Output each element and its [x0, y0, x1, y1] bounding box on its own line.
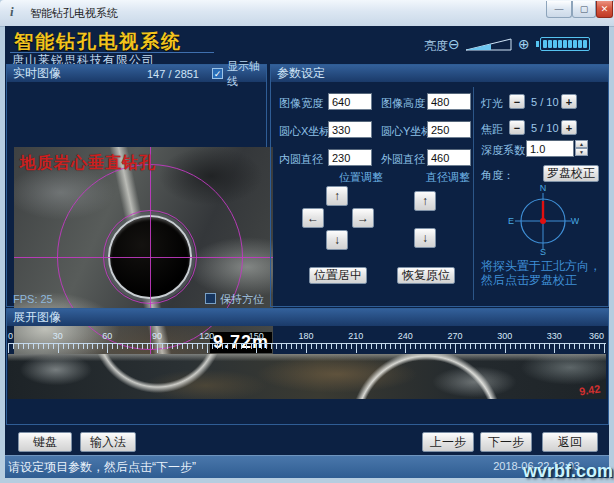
- center-x-input[interactable]: [328, 121, 372, 138]
- minimize-icon: —: [555, 4, 564, 14]
- show-axis-checkbox[interactable]: ✓: [212, 68, 223, 79]
- brightness-plus-icon[interactable]: ⊕: [518, 36, 530, 52]
- keep-orientation-label: 保持方位: [220, 292, 264, 307]
- image-width-input[interactable]: [328, 93, 372, 110]
- compass-s-label: S: [540, 247, 546, 255]
- field-label: 圆心Y坐标: [381, 124, 432, 139]
- keyboard-button[interactable]: 键盘: [18, 432, 72, 452]
- depth-coef-spinner: ▲ ▼: [575, 140, 588, 156]
- outer-diameter-input[interactable]: [427, 149, 471, 166]
- depth-coef-input[interactable]: [526, 140, 574, 157]
- depth-coef-label: 深度系数: [481, 143, 525, 158]
- close-icon: ✕: [601, 4, 609, 14]
- field-label: 圆心X坐标: [279, 124, 330, 139]
- move-left-button[interactable]: ←: [302, 208, 324, 228]
- plus-icon: +: [566, 96, 572, 108]
- unrolled-panel-title: 展开图像: [13, 309, 61, 326]
- field-label: 外圆直径: [381, 152, 425, 167]
- field-label: 内圆直径: [279, 152, 323, 167]
- fps-label: FPS: 25: [13, 293, 53, 305]
- live-panel: 实时图像 147 / 2851 ✓ 显示轴线 地质岩心垂直钻孔 9.72m FP…: [6, 64, 267, 307]
- next-step-button[interactable]: 下一步: [480, 432, 532, 452]
- right-arrow-icon: →: [357, 211, 369, 225]
- down-arrow-icon: ↓: [334, 233, 340, 247]
- compass-e-label: E: [508, 216, 514, 226]
- show-axis-label: 显示轴线: [227, 59, 266, 89]
- restore-position-button[interactable]: 恢复原位: [397, 267, 455, 284]
- spin-down-icon: ▼: [579, 149, 584, 155]
- brightness-slider[interactable]: [465, 37, 513, 52]
- focus-label: 焦距: [481, 122, 503, 137]
- brightness-minus-icon[interactable]: ⊖: [448, 36, 460, 52]
- light-label: 灯光: [481, 96, 503, 111]
- battery-icon: [540, 37, 590, 51]
- watermark: wvrbf.com: [523, 461, 613, 482]
- close-button[interactable]: ✕: [596, 1, 613, 18]
- previous-step-button[interactable]: 上一步: [422, 432, 474, 452]
- depth-mark: 9.42: [578, 383, 601, 398]
- diameter-adjust-label: 直径调整: [403, 170, 493, 185]
- app-icon: i: [10, 4, 14, 20]
- brightness-label: 亮度: [424, 38, 448, 55]
- move-right-button[interactable]: →: [352, 208, 374, 228]
- down-arrow-icon: ↓: [422, 231, 428, 245]
- plus-icon: +: [566, 122, 572, 134]
- degree-ruler: 0306090120150180210240270300330360: [8, 331, 606, 354]
- left-arrow-icon: ←: [307, 211, 319, 225]
- compass-w-label: W: [571, 216, 579, 226]
- up-arrow-icon: ↑: [334, 189, 340, 203]
- focus-plus-button[interactable]: +: [561, 120, 577, 135]
- params-panel-title: 参数设定: [277, 65, 325, 82]
- check-icon: ✓: [214, 69, 222, 79]
- window-title: 智能钻孔电视系统: [30, 6, 118, 21]
- maximize-button[interactable]: ▢: [572, 1, 596, 18]
- params-panel: 参数设定 图像宽度 图像高度 圆心X坐标 圆心Y坐标 内圆直径 外圆直径 位置调…: [270, 64, 609, 307]
- live-panel-title: 实时图像: [13, 65, 61, 82]
- center-y-input[interactable]: [427, 121, 471, 138]
- project-overlay-text: 地质岩心垂直钻孔: [20, 153, 156, 174]
- minus-icon: −: [514, 96, 520, 108]
- move-down-button[interactable]: ↓: [326, 230, 348, 250]
- params-panel-header: 参数设定: [271, 65, 608, 82]
- up-arrow-icon: ↑: [422, 194, 428, 208]
- live-panel-header: 实时图像 147 / 2851 ✓ 显示轴线: [7, 65, 266, 82]
- compass-note-line2: 然后点击罗盘校正: [481, 272, 577, 289]
- spin-down-button[interactable]: ▼: [575, 148, 588, 156]
- battery-cap: [536, 41, 539, 47]
- field-label: 图像高度: [381, 96, 425, 111]
- status-message: 请设定项目参数，然后点击“下一步”: [8, 459, 196, 476]
- focus-value: 5 / 10: [531, 122, 559, 134]
- input-method-button[interactable]: 输入法: [80, 432, 136, 452]
- crosshair-horizontal: [14, 257, 273, 258]
- unrolled-borehole-image: 9.42: [8, 354, 606, 399]
- compass-calibrate-button[interactable]: 罗盘校正: [543, 165, 599, 182]
- light-value: 5 / 10: [531, 96, 559, 108]
- focus-minus-button[interactable]: −: [509, 120, 525, 135]
- diameter-down-button[interactable]: ↓: [414, 228, 436, 248]
- keep-orientation-checkbox[interactable]: [205, 293, 216, 304]
- center-position-button[interactable]: 位置居中: [309, 267, 367, 284]
- return-button[interactable]: 返回: [542, 432, 598, 452]
- unrolled-panel-header: 展开图像: [7, 309, 608, 326]
- frame-counter: 147 / 2851: [147, 68, 199, 80]
- field-label: 图像宽度: [279, 96, 323, 111]
- spin-up-icon: ▲: [579, 141, 584, 147]
- panel-divider: [473, 87, 474, 300]
- image-height-input[interactable]: [427, 93, 471, 110]
- spin-up-button[interactable]: ▲: [575, 140, 588, 148]
- maximize-icon: ▢: [580, 4, 589, 14]
- light-plus-button[interactable]: +: [561, 94, 577, 109]
- titlebar[interactable]: i 智能钻孔电视系统 — ▢ ✕: [0, 0, 614, 27]
- diameter-up-button[interactable]: ↑: [414, 191, 436, 211]
- compass: N S E W: [507, 181, 579, 255]
- minimize-button[interactable]: —: [546, 1, 572, 18]
- light-minus-button[interactable]: −: [509, 94, 525, 109]
- minus-icon: −: [514, 122, 520, 134]
- compass-n-label: N: [540, 183, 547, 193]
- move-up-button[interactable]: ↑: [326, 186, 348, 206]
- inner-diameter-input[interactable]: [328, 149, 372, 166]
- position-adjust-label: 位置调整: [316, 170, 406, 185]
